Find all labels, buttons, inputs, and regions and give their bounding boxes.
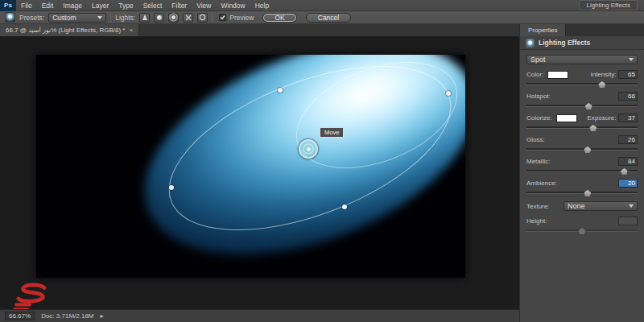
panel-header: Lighting Effects — [520, 36, 644, 50]
height-slider — [526, 226, 638, 236]
intensity-value[interactable]: 65 — [618, 70, 638, 79]
lighting-effects-tool-icon — [5, 12, 15, 23]
spot-light-icon — [142, 14, 147, 20]
lighting-effects-panel-icon — [526, 39, 535, 47]
menu-item-edit[interactable]: Edit — [37, 0, 59, 11]
exposure-label: Exposure: — [587, 114, 616, 122]
reset-light-button[interactable] — [197, 13, 208, 23]
color-swatch[interactable] — [547, 71, 568, 79]
presets-value: Custom — [52, 14, 76, 22]
workspace-switcher[interactable]: Lighting Effects — [579, 0, 638, 10]
gloss-value[interactable]: 26 — [618, 135, 638, 144]
gloss-slider[interactable] — [526, 145, 638, 155]
infinite-light-icon — [171, 15, 175, 19]
point-light-icon — [157, 15, 162, 20]
control-row-metallic: Metallic: 84 — [526, 156, 638, 176]
control-row-height: Height: — [526, 216, 638, 236]
ambience-label: Ambience: — [526, 180, 557, 187]
control-row-gloss: Gloss: 26 — [526, 134, 638, 155]
metallic-label: Metallic: — [526, 158, 550, 165]
height-value — [618, 217, 638, 225]
light-type-dropdown[interactable]: Spot — [526, 55, 638, 64]
document-tab-title: 66.7 @ نور اسپد% (Light Effects, RGB/8) … — [6, 27, 125, 34]
panel-tab-strip: Properties — [520, 24, 644, 36]
color-label: Color: — [526, 71, 543, 78]
pasteboard: Move — [0, 36, 519, 309]
add-spot-light-button[interactable] — [139, 13, 150, 23]
document-size-info: Doc: 3.71M/2.18M — [41, 312, 93, 320]
menu-item-view[interactable]: View — [192, 0, 216, 11]
metallic-slider[interactable] — [526, 167, 638, 176]
menu-item-select[interactable]: Select — [138, 0, 167, 11]
chevron-down-icon — [97, 16, 102, 19]
move-tooltip: Move — [320, 127, 344, 138]
control-row-hotspot: Hotspot: 66 — [526, 91, 638, 111]
chevron-down-icon — [629, 58, 634, 61]
delete-x-icon — [185, 14, 192, 21]
light-handle-top[interactable] — [278, 88, 283, 93]
add-infinite-light-button[interactable] — [168, 13, 179, 23]
status-arrow-icon[interactable]: ▸ — [101, 312, 104, 320]
texture-label: Texture: — [526, 203, 549, 210]
presets-label: Presets: — [19, 14, 44, 22]
cancel-button[interactable]: Cancel — [306, 13, 351, 23]
height-label: Height: — [526, 217, 547, 225]
menu-bar: Ps File Edit Image Layer Type Select Fil… — [0, 0, 644, 11]
menu-item-layer[interactable]: Layer — [87, 0, 114, 11]
reset-circle-icon — [199, 14, 206, 21]
hotspot-label: Hotspot: — [526, 93, 551, 100]
hotspot-value[interactable]: 66 — [618, 92, 638, 101]
add-point-light-button[interactable] — [154, 13, 164, 23]
menu-item-file[interactable]: File — [16, 0, 37, 11]
zoom-level-field[interactable]: 66.67% — [5, 312, 35, 320]
divider — [110, 13, 111, 23]
close-icon[interactable]: × — [129, 27, 133, 34]
control-row-ambience: Ambience: 20 — [526, 178, 638, 198]
colorize-swatch[interactable] — [556, 114, 577, 122]
light-type-value: Spot — [530, 56, 546, 64]
document-canvas: Move — [36, 55, 465, 278]
hotspot-slider[interactable] — [526, 101, 638, 111]
menu-item-help[interactable]: Help — [250, 0, 274, 11]
ok-button[interactable]: OK — [262, 13, 296, 23]
preview-toggle[interactable]: Preview — [219, 14, 254, 22]
light-handle-bottom[interactable] — [342, 204, 347, 209]
menu-item-type[interactable]: Type — [114, 0, 138, 11]
lights-label: Lights: — [115, 14, 135, 22]
preview-label: Preview — [229, 14, 254, 22]
photoshop-logo: Ps — [0, 0, 16, 11]
panel-title: Lighting Effects — [539, 39, 590, 47]
metallic-value[interactable]: 84 — [618, 157, 638, 166]
light-handle-right[interactable] — [446, 91, 451, 96]
light-handle-left[interactable] — [169, 185, 174, 190]
watermark-logo — [11, 282, 50, 312]
control-row-exposure: Colorize: Exposure: 37 — [526, 113, 638, 133]
menu-item-window[interactable]: Window — [216, 0, 250, 11]
control-row-intensity: Color: Intensity: 65 — [526, 69, 638, 89]
chevron-down-icon — [629, 204, 634, 208]
texture-value: None — [568, 202, 585, 210]
properties-panel: Properties Lighting Effects Spot Color: … — [519, 24, 644, 322]
light-center-dot[interactable] — [307, 147, 311, 151]
options-bar: Presets: Custom Lights: Preview OK Cance… — [0, 11, 644, 24]
status-bar: 66.67% Doc: 3.71M/2.18M ▸ — [0, 309, 519, 322]
document-tab[interactable]: 66.7 @ نور اسپد% (Light Effects, RGB/8) … — [0, 24, 139, 36]
presets-dropdown[interactable]: Custom — [48, 13, 106, 23]
control-row-texture: Texture: None — [526, 201, 638, 211]
menu-item-filter[interactable]: Filter — [167, 0, 192, 11]
exposure-value[interactable]: 37 — [618, 114, 638, 122]
ambience-value[interactable]: 20 — [618, 179, 638, 188]
gloss-label: Gloss: — [526, 136, 545, 143]
intensity-label: Intensity: — [590, 71, 616, 78]
ambience-slider[interactable] — [526, 188, 638, 198]
tab-properties[interactable]: Properties — [520, 24, 566, 36]
intensity-slider[interactable] — [526, 80, 638, 89]
document-tab-bar: 66.7 @ نور اسپد% (Light Effects, RGB/8) … — [0, 24, 519, 36]
menu-item-image[interactable]: Image — [58, 0, 87, 11]
delete-light-button[interactable] — [183, 13, 193, 23]
colorize-label: Colorize: — [526, 114, 552, 122]
panel-body: Spot Color: Intensity: 65 Hotspot: 66 — [520, 50, 644, 236]
texture-dropdown[interactable]: None — [564, 201, 638, 211]
checkbox-checked-icon — [219, 14, 226, 21]
exposure-slider[interactable] — [526, 123, 638, 133]
